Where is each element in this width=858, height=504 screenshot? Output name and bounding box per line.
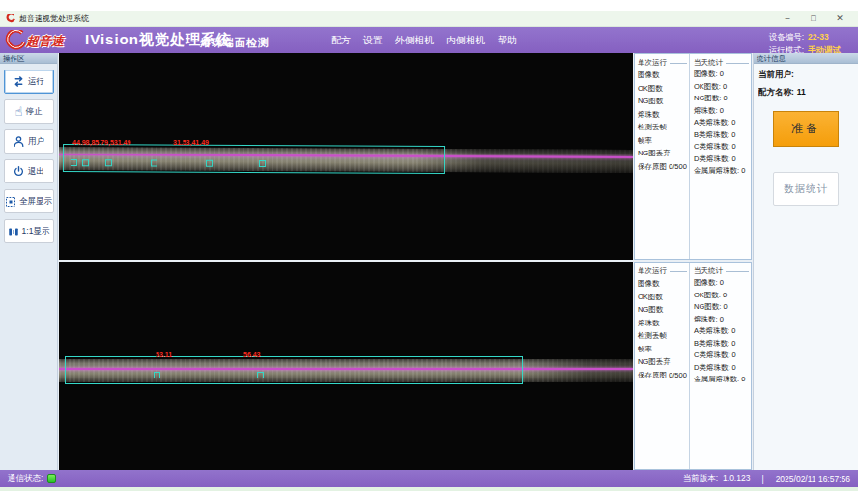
single-run-column: 单次运行 图像数 OK图数 NG图数 熔珠数 检测丢帧 帧率 NG图丢弃 保存原… — [635, 263, 690, 469]
stat-row: NG图数: 0 — [694, 301, 751, 314]
one-to-one-button[interactable]: 1:1显示 — [4, 219, 54, 243]
stat-row: 图像数 — [638, 69, 689, 82]
single-run-column: 单次运行 图像数 OK图数 NG图数 熔珠数 检测丢帧 帧率 NG图丢弃 保存原… — [635, 54, 690, 259]
detection-roi-box — [63, 144, 445, 174]
stats-panel-top: 单次运行 图像数 OK图数 NG图数 熔珠数 检测丢帧 帧率 NG图丢弃 保存原… — [634, 53, 752, 260]
version-value: 1.0.123 — [723, 473, 750, 483]
feature-box — [151, 159, 157, 166]
app-header: 超音速 IVision视觉处理系统 熔珠端面检测 配方 设置 外侧相机 内侧相机… — [0, 27, 858, 53]
stat-row: NG图数 — [638, 303, 689, 317]
stat-row: 金属屑熔珠数: 0 — [694, 374, 751, 386]
stat-row: 帧率 — [638, 134, 689, 148]
measurement-annotation: 56.43 — [243, 351, 261, 358]
stat-row: 检测丢帧 — [638, 329, 689, 343]
single-run-title: 单次运行 — [638, 57, 689, 69]
device-info: 设备编号:22-33 运行模式:手动调试 — [769, 29, 852, 56]
stop-button[interactable]: ☝ 停止 — [4, 99, 54, 124]
recipe-name-label: 配方名称: — [758, 87, 794, 97]
stat-row: D类熔珠数: 0 — [694, 362, 751, 375]
one-to-one-icon — [8, 226, 19, 238]
today-stats-title: 当天统计 — [694, 266, 751, 277]
power-icon — [13, 165, 25, 178]
feature-box — [259, 160, 266, 167]
measurement-annotation: 44.98,85.79,531.49 — [72, 139, 130, 146]
screen: 超音速视觉处理系统 – □ ✕ 超音速 IVision视觉处理系统 熔珠端面检测… — [0, 0, 858, 504]
stat-row: 图像数: 0 — [694, 277, 751, 290]
stat-row: C类熔珠数: 0 — [694, 350, 751, 362]
ready-button[interactable]: 准备 — [773, 111, 839, 147]
close-button[interactable]: ✕ — [835, 14, 844, 23]
statistics-info-panel: 统计信息 当前用户: 配方名称:11 准备 数据统计 — [753, 53, 858, 470]
stop-hand-icon: ☝ — [15, 105, 23, 118]
stat-row: NG图数 — [638, 95, 689, 108]
menu-bar: 配方 设置 外侧相机 内侧相机 帮助 — [331, 27, 517, 53]
measurement-annotation: 31.53,41.49 — [173, 139, 209, 146]
fullscreen-button[interactable]: 全屏显示 — [4, 189, 54, 213]
version-label: 当前版本: — [683, 473, 718, 483]
brand-name: 超音速 — [26, 33, 64, 50]
maximize-button[interactable]: □ — [809, 14, 818, 23]
user-button-label: 用户 — [28, 136, 44, 148]
window-bottom-edge — [0, 487, 858, 491]
stat-row: 检测丢帧 — [638, 121, 689, 134]
stat-row: A类熔珠数: 0 — [694, 117, 751, 129]
menu-item-outer-camera[interactable]: 外侧相机 — [395, 34, 434, 47]
stat-row: NG图数: 0 — [694, 93, 751, 105]
run-button-label: 运行 — [28, 76, 44, 88]
device-number-label: 设备编号: — [769, 32, 804, 42]
today-stats-title: 当天统计 — [694, 57, 751, 69]
operation-sidebar: 操作区 运行 ☝ 停止 用户 — [0, 53, 58, 470]
stat-row: B类熔珠数: 0 — [694, 129, 751, 142]
run-cycle-icon — [13, 75, 25, 88]
exit-button[interactable]: 退出 — [4, 159, 54, 183]
window-title: 超音速视觉处理系统 — [19, 14, 89, 24]
feature-box — [257, 372, 264, 378]
run-button[interactable]: 运行 — [4, 70, 54, 94]
operation-area-title: 操作区 — [0, 53, 57, 64]
menu-item-inner-camera[interactable]: 内侧相机 — [446, 34, 485, 47]
stat-row: OK图数: 0 — [694, 290, 751, 302]
statistics-info-title: 统计信息 — [754, 53, 858, 64]
recipe-name-value: 11 — [797, 87, 806, 97]
stat-row: 保存原图 0/500 — [638, 160, 689, 174]
stat-row: NG图丢弃 — [638, 147, 689, 160]
app-logo-icon — [6, 14, 15, 23]
stat-row: OK图数 — [638, 82, 689, 96]
user-button[interactable]: 用户 — [4, 129, 54, 154]
feature-box — [71, 159, 77, 166]
stat-row: 图像数: 0 — [694, 69, 751, 81]
menu-item-settings[interactable]: 设置 — [363, 34, 383, 47]
status-bar-right: 当前版本:1.0.123 | 2025/02/11 16:57:56 — [683, 473, 850, 485]
stat-row: 熔珠数 — [638, 317, 689, 330]
data-statistics-button[interactable]: 数据统计 — [773, 172, 839, 206]
stat-row: C类熔珠数: 0 — [694, 141, 751, 154]
stat-row: NG图丢弃 — [638, 355, 689, 369]
stat-row: 金属屑熔珠数: 0 — [694, 165, 751, 178]
stat-row: 熔珠数 — [638, 108, 689, 122]
exit-button-label: 退出 — [28, 166, 44, 178]
menu-item-help[interactable]: 帮助 — [498, 34, 517, 47]
stat-row: B类熔珠数: 0 — [694, 338, 751, 350]
menu-item-recipe[interactable]: 配方 — [331, 34, 351, 47]
weld-strip-image — [59, 359, 633, 382]
status-separator: | — [761, 474, 763, 484]
today-stats-column: 当天统计 图像数: 0 OK图数: 0 NG图数: 0 熔珠数: 0 A类熔珠数… — [690, 263, 751, 469]
feature-box — [82, 159, 89, 166]
brand-swoosh-icon — [3, 30, 26, 50]
main-area: 操作区 运行 ☝ 停止 用户 — [0, 53, 858, 470]
stop-button-label: 停止 — [25, 106, 42, 118]
detection-roi-box — [65, 356, 523, 384]
stat-row: A类熔珠数: 0 — [694, 325, 751, 338]
stat-row: 图像数 — [638, 277, 689, 291]
window-controls: – □ ✕ — [783, 14, 852, 23]
comm-status-label: 通信状态: — [8, 473, 43, 485]
user-icon — [13, 135, 25, 148]
app-subtitle: 熔珠端面检测 — [200, 36, 270, 50]
fullscreen-grid-icon — [5, 196, 16, 208]
measurement-annotation: 53.11 — [156, 351, 172, 358]
device-number-value: 22-33 — [808, 31, 852, 42]
comm-status-indicator — [47, 474, 56, 483]
stat-row: 熔珠数: 0 — [694, 105, 751, 118]
minimize-button[interactable]: – — [783, 14, 792, 23]
stat-row: OK图数 — [638, 291, 689, 304]
